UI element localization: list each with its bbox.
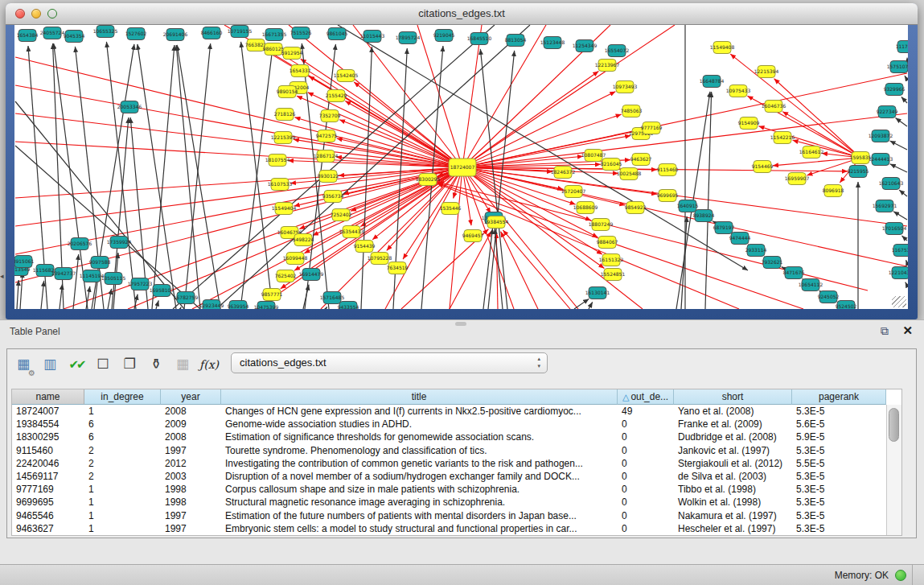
graph-node-yellow[interactable]: 10975433: [726, 85, 751, 97]
graph-node-yellow[interactable]: 1654337: [290, 65, 311, 77]
graph-node-yellow[interactable]: 9472575: [316, 130, 338, 142]
graph-node-yellow[interactable]: 19384554: [484, 216, 509, 229]
citation-edge-black[interactable]: [338, 25, 748, 270]
graph-node-teal[interactable]: 9524502: [836, 301, 857, 310]
scrollbar-thumb[interactable]: [889, 408, 899, 442]
graph-node-teal[interactable]: 1167533: [892, 245, 908, 257]
graph-node-teal[interactable]: 9045354: [64, 31, 85, 43]
cell-title[interactable]: Disruption of a novel member of a sodium…: [221, 470, 618, 483]
graph-node-teal[interactable]: 10475399: [254, 302, 279, 310]
column-header-title[interactable]: title: [221, 389, 618, 405]
table-row[interactable]: 1456911722003Disruption of a novel membe…: [12, 470, 887, 483]
graph-node-teal[interactable]: 1527602: [125, 28, 147, 40]
citation-edge-red[interactable]: [462, 25, 546, 167]
graph-node-teal[interactable]: 9861045: [326, 28, 348, 40]
cell-out_de[interactable]: 0: [618, 431, 674, 443]
close-panel-icon[interactable]: ✕: [902, 323, 913, 338]
cell-in_degree[interactable]: 1: [84, 509, 161, 522]
graph-node-teal[interactable]: 8471676: [783, 267, 805, 279]
cell-name[interactable]: 18300295: [12, 431, 84, 443]
citation-edge-red[interactable]: [15, 142, 462, 167]
column-visibility-icon[interactable]: ▥: [39, 353, 61, 376]
graph-node-teal[interactable]: 10654112: [799, 279, 823, 291]
graph-node-teal[interactable]: 8813054: [505, 35, 527, 47]
cell-out_de[interactable]: 0: [618, 444, 674, 457]
graph-node-teal[interactable]: 9329966: [884, 84, 906, 96]
graph-node-teal[interactable]: 8466160: [201, 27, 223, 39]
citation-edge-red[interactable]: [15, 113, 462, 167]
graph-node-teal[interactable]: 16958107: [150, 285, 175, 297]
graph-node-yellow[interactable]: 2155429: [326, 90, 347, 102]
cell-year[interactable]: 1998: [161, 496, 221, 509]
citation-edge-black[interactable]: [138, 44, 176, 309]
network-window[interactable]: citations_edges.txt 18724007165438424055…: [6, 3, 918, 319]
graph-node-teal[interactable]: 11015443: [360, 31, 385, 43]
citation-edge-black[interactable]: [17, 280, 18, 309]
citation-edge-black[interactable]: [890, 141, 907, 150]
cell-out_de[interactable]: 0: [618, 457, 674, 470]
cell-short[interactable]: Dudbridge et al. (2008): [674, 431, 792, 443]
cell-in_degree[interactable]: 1: [84, 405, 161, 418]
graph-node-teal[interactable]: 8938924: [693, 210, 715, 222]
graph-node-teal[interactable]: 16845510: [467, 33, 492, 45]
graph-node-yellow[interactable]: 9154469: [752, 161, 774, 173]
cell-in_degree[interactable]: 6: [84, 431, 161, 443]
table-select-dropdown[interactable]: citations_edges.txt ▴▾: [231, 352, 548, 373]
graph-node-yellow[interactable]: 7352709: [319, 110, 341, 122]
graph-node-yellow[interactable]: 18107554: [265, 154, 290, 167]
cell-title[interactable]: Tourette syndrome. Phenomenology and cla…: [221, 444, 618, 457]
cell-title[interactable]: Structural magnetic resonance image aver…: [221, 496, 618, 509]
float-panel-icon[interactable]: ⧉: [881, 324, 889, 338]
graph-node-yellow[interactable]: 7625402: [275, 270, 297, 282]
resize-grip-icon[interactable]: [892, 296, 906, 307]
graph-node-yellow[interactable]: 16046736: [762, 101, 786, 113]
graph-node-yellow[interactable]: 9356734: [322, 191, 344, 203]
graph-node-yellow[interactable]: 2718126: [274, 109, 296, 121]
table-row[interactable]: 946362711997Embryonic stem cells: a mode…: [12, 522, 887, 535]
graph-node-teal[interactable]: 20691406: [163, 29, 188, 41]
graph-node-yellow[interactable]: 9469457: [462, 230, 484, 242]
graph-node-teal[interactable]: 8915061: [14, 256, 35, 268]
graph-node-yellow[interactable]: 5498224: [293, 234, 314, 246]
citation-edge-red[interactable]: [730, 54, 860, 158]
cell-year[interactable]: 1997: [161, 444, 221, 457]
window-titlebar[interactable]: citations_edges.txt: [6, 3, 918, 25]
close-window-icon[interactable]: [15, 9, 25, 19]
network-canvas[interactable]: 1872400716543842405572490453541065532515…: [14, 25, 908, 309]
cell-pagerank[interactable]: 5.9E-5: [792, 431, 886, 443]
citation-edge-black[interactable]: [901, 97, 907, 103]
graph-node-teal[interactable]: 9433554: [338, 302, 359, 310]
cell-name[interactable]: 9465546: [12, 509, 84, 522]
graph-node-teal[interactable]: 17359924: [107, 237, 132, 249]
graph-node-yellow[interactable]: 5912954: [281, 47, 303, 60]
graph-node-yellow[interactable]: 16107533: [268, 179, 293, 191]
graph-node-teal[interactable]: 9639954: [228, 301, 249, 310]
citation-edge-black[interactable]: [495, 229, 503, 309]
table-row[interactable]: 946554611997Estimation of the future num…: [12, 509, 887, 522]
cell-name[interactable]: 18724007: [12, 405, 84, 418]
vertical-scrollbar[interactable]: [886, 405, 901, 535]
citation-edge-black[interactable]: [60, 284, 63, 309]
column-header-in_degree[interactable]: in_degree: [84, 389, 161, 405]
network-svg[interactable]: 1872400716543842405572490453541065532515…: [14, 25, 908, 309]
graph-node-teal[interactable]: 24055724: [40, 27, 65, 39]
graph-node-teal[interactable]: 16210643: [879, 178, 904, 190]
graph-node-teal[interactable]: 9227349: [877, 106, 898, 118]
table-row[interactable]: 1830029562008Estimation of significance …: [12, 431, 887, 443]
citation-edge-black[interactable]: [896, 118, 907, 126]
select-all-icon[interactable]: ✔✔: [65, 353, 88, 376]
citation-edge-red[interactable]: [192, 167, 462, 309]
graph-node-teal[interactable]: 17895724: [396, 32, 421, 44]
graph-node-yellow[interactable]: 16959907: [785, 173, 810, 185]
cell-name[interactable]: 19384554: [12, 418, 84, 431]
delete-table-icon[interactable]: ▦: [171, 353, 194, 376]
graph-node-teal[interactable]: 15692971: [873, 200, 897, 212]
graph-node-teal[interactable]: 6879197: [713, 222, 735, 234]
clear-selection-icon[interactable]: ☐: [92, 353, 114, 376]
graph-node-teal[interactable]: 12923449: [199, 300, 224, 310]
citation-edge-black[interactable]: [906, 260, 907, 263]
cell-title[interactable]: Genome-wide association studies in ADHD.: [221, 418, 618, 431]
graph-node-yellow[interactable]: 7634519: [387, 262, 409, 274]
cell-out_de[interactable]: 0: [618, 418, 674, 431]
citation-edge-black[interactable]: [681, 216, 687, 309]
